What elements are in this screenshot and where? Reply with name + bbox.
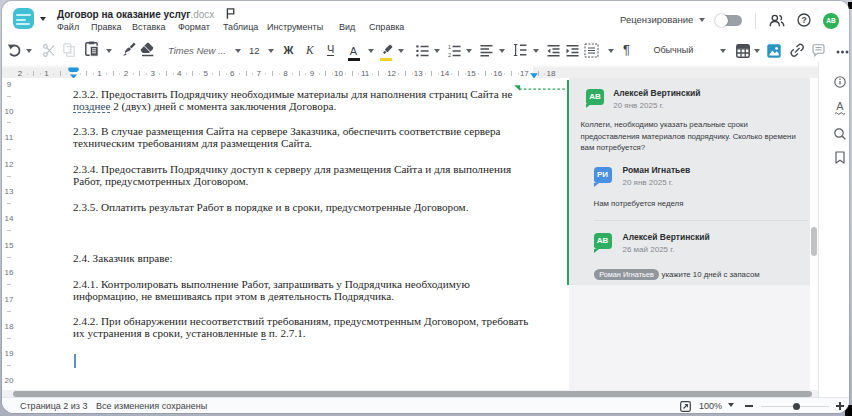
svg-text:?: ? xyxy=(801,15,806,25)
svg-text:2: 2 xyxy=(448,52,451,58)
svg-text:А: А xyxy=(836,100,844,112)
svg-text:1: 1 xyxy=(448,44,451,50)
